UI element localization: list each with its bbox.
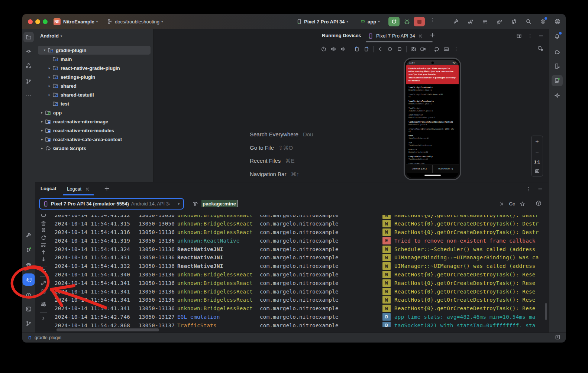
vertical-scrollbar[interactable]	[545, 303, 547, 320]
squarebtn-icon[interactable]	[397, 46, 403, 52]
chevron-right-icon[interactable]: ▸	[39, 146, 45, 150]
add-device-tab-icon[interactable]	[430, 32, 435, 38]
chevron-right-icon[interactable]: ▸	[46, 93, 52, 97]
tree-item-gradle-plugin[interactable]: ▾gradle-plugin	[38, 46, 151, 55]
phone-emulator[interactable]: 11:54 ▾▴▪ Unable to load script. Make su…	[404, 58, 461, 180]
device-selector[interactable]: Pixel 7 Pro API 34 ▾	[296, 14, 348, 29]
logcat-tool-icon[interactable]	[23, 273, 35, 286]
tree-item-shared-testutil[interactable]: ▸shared-testutil	[35, 90, 153, 99]
gradle-icon[interactable]	[552, 46, 563, 58]
device-manager-list-icon[interactable]	[481, 18, 489, 25]
project-selector[interactable]: NitroExample ▾	[63, 14, 98, 29]
chevright-icon[interactable]	[39, 315, 48, 322]
pull-request-icon[interactable]	[510, 18, 518, 25]
layout-icon[interactable]	[516, 33, 522, 39]
device-tab[interactable]: Pixel 7 Pro API 34	[368, 29, 423, 43]
horizontal-scrollbar[interactable]	[56, 328, 159, 331]
volup-icon[interactable]	[330, 46, 336, 52]
project-tool-icon[interactable]	[23, 32, 34, 42]
log-row[interactable]: 2024-10-14 11:54:41.31213050-13050unknow…	[55, 215, 545, 220]
tree-item-react-native-nitro-modules[interactable]: ▸react-native-nitro-modules	[35, 126, 153, 135]
build-tool-icon[interactable]	[23, 230, 34, 240]
logcat-filter-field[interactable]: package:mine	[190, 198, 528, 210]
dismiss-button[interactable]: DISMISS (ESC)	[406, 165, 433, 173]
favorite-filter-icon[interactable]	[520, 201, 525, 207]
clear-filter-icon[interactable]	[499, 201, 504, 207]
match-case-toggle[interactable]: Cc	[509, 201, 515, 207]
account-icon[interactable]	[554, 18, 561, 25]
log-row[interactable]: 2024-10-14 11:54:41.34013050-13136unknow…	[55, 270, 545, 279]
chevron-right-icon[interactable]: ▸	[46, 66, 52, 70]
export-icon[interactable]	[39, 288, 48, 295]
chevron-right-icon[interactable]: ▸	[46, 84, 52, 88]
help-icon[interactable]	[536, 200, 542, 206]
logcat-device-selector[interactable]: Pixel 7 Pro API 34 (emulator-5554) Andro…	[39, 198, 184, 210]
chevron-right-icon[interactable]: ▸	[39, 129, 45, 132]
search-icon[interactable]	[525, 18, 532, 25]
power-icon[interactable]	[321, 46, 327, 52]
chevron-right-icon[interactable]: ▸	[39, 137, 45, 141]
more-actions-icon[interactable]	[429, 17, 435, 23]
tree-item-settings-plugin[interactable]: ▸settings-plugin	[35, 72, 153, 81]
sliders-icon[interactable]	[39, 301, 48, 308]
close-icon[interactable]	[418, 33, 423, 39]
logcat-tab[interactable]: Logcat	[67, 182, 90, 195]
log-row[interactable]: 2024-10-14 11:54:41.34113050-13136unknow…	[55, 287, 545, 296]
scrollend-icon[interactable]	[39, 267, 48, 275]
homec-icon[interactable]	[387, 46, 393, 52]
chevron-down-icon[interactable]: ▾	[42, 48, 48, 52]
log-row[interactable]: 2024-10-14 11:54:41.33213050-13136ReactN…	[55, 262, 545, 270]
minimize-window-button[interactable]	[35, 19, 40, 24]
filter-icon[interactable]	[193, 201, 198, 207]
app-quality-icon[interactable]	[23, 260, 34, 270]
rotr-icon[interactable]	[364, 46, 369, 52]
refresh-icon[interactable]	[39, 234, 48, 241]
problems-tool-icon[interactable]	[23, 290, 34, 301]
run-tool-icon[interactable]	[23, 245, 34, 255]
hide-logcat-icon[interactable]	[537, 186, 543, 192]
snippet-icon[interactable]	[443, 46, 449, 52]
settings-icon[interactable]	[539, 18, 547, 25]
close-icon[interactable]	[85, 186, 90, 192]
split-icon[interactable]	[39, 279, 48, 287]
screen-search-icon[interactable]	[537, 45, 543, 51]
hide-panel-icon[interactable]	[538, 33, 544, 39]
tree-item-app[interactable]: ▸app	[35, 108, 153, 117]
tree-item-react-native-gradle-plugin[interactable]: ▸react-native-gradle-plugin	[35, 64, 153, 72]
voldown-icon[interactable]	[340, 46, 346, 52]
chevron-right-icon[interactable]: ▸	[46, 75, 52, 79]
project-view-selector[interactable]: Android ▾	[40, 33, 62, 39]
video-icon[interactable]	[420, 46, 426, 52]
sync-project-icon[interactable]	[467, 18, 474, 25]
run-config-selector[interactable]: app ▾	[360, 14, 380, 29]
stop-button[interactable]	[414, 17, 425, 26]
tree-item-react-native-nitro-image[interactable]: ▸react-native-nitro-image	[35, 117, 153, 126]
tree-item-react-native-safe-area-context[interactable]: ▸react-native-safe-area-context	[35, 135, 153, 144]
status-module[interactable]: gradle-plugin	[28, 335, 61, 340]
trash-icon[interactable]	[39, 220, 48, 227]
running-devices-icon[interactable]	[552, 75, 563, 86]
close-window-button[interactable]	[28, 19, 33, 24]
chevron-right-icon[interactable]: ▸	[39, 111, 45, 114]
version-control-tool-icon[interactable]	[23, 318, 34, 329]
structure-tool-icon[interactable]	[23, 61, 34, 71]
zoom-out-button[interactable]: −	[535, 149, 539, 156]
branch-selector[interactable]: docs/troubleshooting ▾	[107, 14, 163, 29]
tree-item-Gradle Scripts[interactable]: ▸Gradle Scripts	[35, 144, 153, 153]
kebab-icon[interactable]	[453, 46, 459, 52]
status-notification-icon[interactable]	[555, 334, 560, 340]
rerun-button[interactable]	[388, 17, 400, 26]
notifications-icon[interactable]	[552, 31, 563, 42]
zoom-ratio-button[interactable]: 1:1	[534, 160, 540, 164]
device-manager-icon[interactable]	[552, 61, 563, 72]
zoom-fit-icon[interactable]	[534, 168, 540, 174]
log-row[interactable]: 2024-10-14 11:54:41.34113050-13136unknow…	[55, 304, 545, 313]
log-row[interactable]: 2024-10-14 11:54:41.34113050-13136unknow…	[55, 279, 545, 287]
back-icon[interactable]	[377, 46, 383, 52]
panel-options-icon[interactable]	[527, 33, 533, 39]
gemini-icon[interactable]	[552, 90, 563, 101]
log-row[interactable]: 2024-10-14 11:54:42.74613050-13127EGL_em…	[55, 313, 545, 321]
arrup-icon[interactable]	[39, 249, 48, 256]
rotl-icon[interactable]	[354, 46, 360, 52]
chevron-right-icon[interactable]: ▸	[39, 120, 45, 123]
